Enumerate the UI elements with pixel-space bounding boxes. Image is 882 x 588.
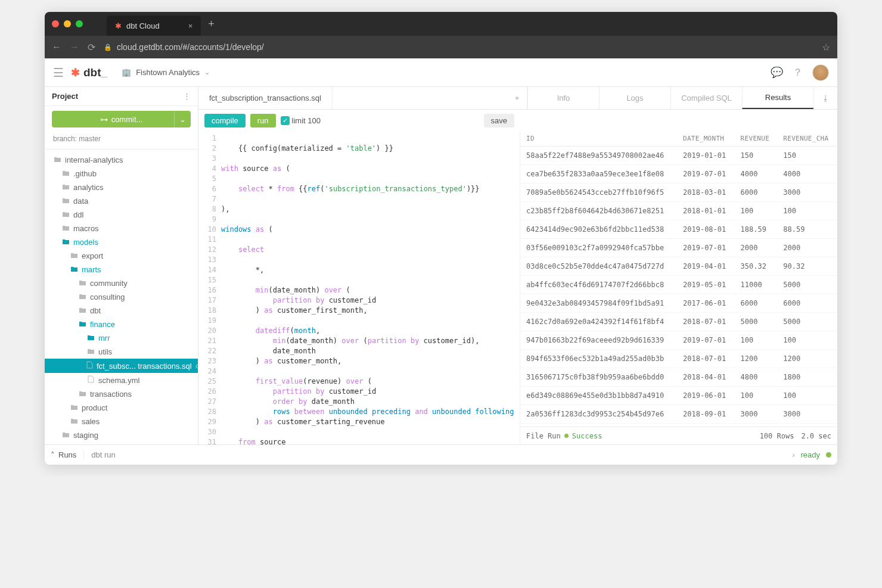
folder-icon bbox=[53, 156, 61, 164]
chevron-right-icon[interactable]: › bbox=[792, 450, 794, 459]
tree-folder[interactable]: mrr bbox=[45, 331, 198, 345]
file-tab[interactable]: fct_subscription_transactions.sql bbox=[198, 87, 333, 109]
result-tab-compiled-sql[interactable]: Compiled SQL bbox=[670, 87, 742, 109]
file-run-label: File Run bbox=[526, 432, 561, 440]
compile-button[interactable]: compile bbox=[204, 114, 246, 127]
cell: 100 bbox=[777, 387, 837, 405]
cell: 2019-07-01 bbox=[677, 331, 735, 350]
reload-icon[interactable]: ⟳ bbox=[88, 42, 95, 53]
table-row[interactable]: 4162c7d0a692e0a424392f14f61f8bf42018-07-… bbox=[520, 313, 837, 331]
tree-label: marts bbox=[82, 265, 101, 274]
tree-folder[interactable]: marts bbox=[45, 263, 198, 276]
tree-label: staging bbox=[73, 431, 98, 440]
table-row[interactable]: 6423414d9ec902e63b6fd2bbc11ed5382019-08-… bbox=[520, 220, 837, 239]
tree-folder[interactable]: models bbox=[45, 235, 198, 249]
tree-folder[interactable]: product bbox=[45, 401, 198, 415]
folder-icon bbox=[61, 211, 70, 219]
tree-folder[interactable]: internal-analytics bbox=[45, 153, 198, 167]
table-row[interactable]: e6d349c08869e455e0d3b1bb8d7a49102019-06-… bbox=[520, 387, 837, 405]
table-row[interactable]: 2a0536ff1283dc3d9953c254b45d97e62018-09-… bbox=[520, 405, 837, 424]
dbt-logo: ✱ dbt_ bbox=[71, 66, 107, 79]
tree-folder[interactable]: util bbox=[45, 442, 198, 444]
download-icon[interactable]: ⭳ bbox=[813, 87, 837, 109]
cell: 947b01663b22f69aceeed92b9d616339 bbox=[520, 331, 677, 350]
tree-label: data bbox=[73, 197, 88, 206]
tree-folder[interactable]: dbt bbox=[45, 304, 198, 318]
tree-folder[interactable]: transactions bbox=[45, 387, 198, 401]
table-row[interactable]: 3165067175c0fb38f9b959aa6be6bdd02018-04-… bbox=[520, 368, 837, 387]
tree-file[interactable]: fct_subsc... transactions.sql○ bbox=[45, 359, 198, 373]
tree-label: models bbox=[73, 238, 98, 247]
tree-folder[interactable]: consulting bbox=[45, 290, 198, 304]
url-text: cloud.getdbt.com/#/accounts/1/develop/ bbox=[117, 42, 264, 52]
table-row[interactable]: 7089a5e0b5624543cceb27ffb10f96f52018-03-… bbox=[520, 183, 837, 202]
tree-folder[interactable]: macros bbox=[45, 222, 198, 235]
forward-icon[interactable]: → bbox=[70, 42, 79, 52]
tree-label: ddl bbox=[73, 210, 83, 219]
tree-folder[interactable]: sales bbox=[45, 415, 198, 428]
table-row[interactable]: cea7be635f2833a0aa59ece3ee1f8e082019-07-… bbox=[520, 165, 837, 183]
cell: 3000 bbox=[777, 405, 837, 424]
table-row[interactable]: c23b85ff2b8f604642b4d630671e82512018-01-… bbox=[520, 202, 837, 220]
table-row[interactable]: 58aa5f22ef7488e9a55349708002ae462019-01-… bbox=[520, 147, 837, 165]
table-row[interactable]: ab4ffc603ec4f6d69174707f2d66bbc82019-05-… bbox=[520, 276, 837, 294]
cell: 6000 bbox=[735, 183, 778, 202]
help-icon[interactable]: ？ bbox=[793, 66, 803, 79]
tree-folder[interactable]: utils bbox=[45, 345, 198, 359]
command-input[interactable]: dbt run bbox=[84, 450, 122, 459]
browser-tab[interactable]: ✱ dbt Cloud × bbox=[107, 15, 201, 36]
result-tab-info[interactable]: Info bbox=[527, 87, 599, 109]
row-count: 100 Rows bbox=[760, 432, 794, 440]
tab-title: dbt Cloud bbox=[126, 21, 160, 30]
user-avatar[interactable] bbox=[812, 64, 829, 81]
commit-dropdown-icon[interactable]: ⌄ bbox=[174, 111, 191, 127]
table-row[interactable]: 894f6533f06ec532b1a49ad255ad0b3b2018-07-… bbox=[520, 350, 837, 368]
table-row[interactable]: 03d8ce0c52b5e70dde4c47a0475d727d2019-04-… bbox=[520, 257, 837, 276]
folder-open-icon bbox=[78, 321, 86, 329]
tree-folder[interactable]: data bbox=[45, 194, 198, 208]
new-file-tab-button[interactable]: + bbox=[507, 87, 527, 109]
tree-folder[interactable]: ddl bbox=[45, 208, 198, 222]
cell: 4162c7d0a692e0a424392f14f61f8bf4 bbox=[520, 313, 677, 331]
tree-file[interactable]: schema.yml bbox=[45, 373, 198, 387]
tree-folder[interactable]: export bbox=[45, 249, 198, 263]
org-selector[interactable]: 🏢 Fishtown Analytics ⌄ bbox=[122, 68, 210, 77]
mac-minimize-icon[interactable] bbox=[64, 20, 71, 27]
tree-folder[interactable]: community bbox=[45, 276, 198, 290]
cell: c23b85ff2b8f604642b4d630671e8251 bbox=[520, 202, 677, 220]
address-bar[interactable]: 🔒 cloud.getdbt.com/#/accounts/1/develop/ bbox=[104, 42, 813, 52]
tree-label: product bbox=[82, 403, 107, 412]
run-button[interactable]: run bbox=[250, 114, 276, 127]
file-tab-label: fct_subscription_transactions.sql bbox=[209, 94, 321, 102]
commit-button[interactable]: ⊶ commit... ⌄ bbox=[52, 111, 191, 127]
result-tab-logs[interactable]: Logs bbox=[599, 87, 670, 109]
back-icon[interactable]: ← bbox=[52, 42, 61, 52]
table-row[interactable]: 947b01663b22f69aceeed92b9d6163392019-07-… bbox=[520, 331, 837, 350]
limit-toggle[interactable]: ✓ limit 100 bbox=[281, 116, 321, 125]
table-row[interactable]: 9e0432e3ab08493457984f09f1bd5a912017-06-… bbox=[520, 294, 837, 313]
result-tab-results[interactable]: Results bbox=[742, 87, 813, 109]
hamburger-menu-icon[interactable]: ☰ bbox=[53, 66, 64, 80]
bookmark-icon[interactable]: ☆ bbox=[822, 42, 830, 53]
sidebar-menu-icon[interactable]: ⋮ bbox=[183, 92, 191, 101]
tree-folder[interactable]: staging bbox=[45, 428, 198, 442]
mac-close-icon[interactable] bbox=[52, 20, 59, 27]
cell: 6423414d9ec902e63b6fd2bbc11ed538 bbox=[520, 220, 677, 239]
chat-icon[interactable]: 💬 bbox=[771, 66, 783, 79]
tree-folder[interactable]: analytics bbox=[45, 181, 198, 194]
cell: 100 bbox=[735, 387, 778, 405]
tree-folder[interactable]: finance bbox=[45, 318, 198, 331]
mac-zoom-icon[interactable] bbox=[76, 20, 83, 27]
code-editor[interactable]: {{ config(materialized = 'table') }} wit… bbox=[221, 131, 520, 444]
line-numbers: 1234567891011121314151617181920212223242… bbox=[198, 131, 221, 444]
runs-panel-toggle[interactable]: ˄ Runs bbox=[51, 450, 84, 459]
building-icon: 🏢 bbox=[122, 68, 131, 77]
save-button[interactable]: save bbox=[484, 114, 514, 127]
new-tab-button[interactable]: + bbox=[201, 18, 222, 30]
cell: 2018-01-01 bbox=[677, 202, 735, 220]
cell: 6000 bbox=[735, 294, 778, 313]
table-row[interactable]: 03f56e009103c2f7a0992940fca57bbe2019-07-… bbox=[520, 239, 837, 257]
cell: 2018-04-01 bbox=[677, 368, 735, 387]
tree-folder[interactable]: .github bbox=[45, 167, 198, 181]
close-tab-icon[interactable]: × bbox=[188, 21, 193, 30]
